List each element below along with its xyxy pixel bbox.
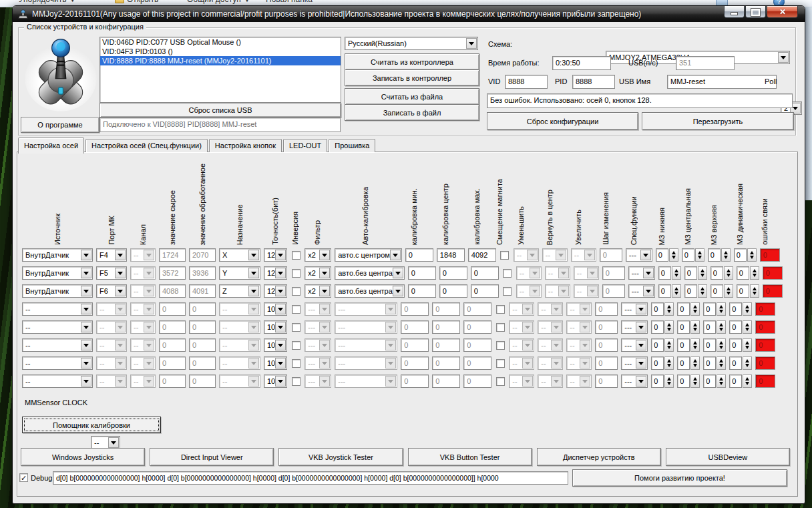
dz_dyn-spinner[interactable]: 0 (729, 338, 752, 352)
dz_low-spinner[interactable]: 0 (651, 356, 674, 370)
spinner-arrows-icon[interactable] (717, 320, 726, 334)
cal_min-field[interactable]: 0 (408, 266, 436, 280)
minimize-button[interactable] (724, 6, 745, 18)
cal_min-field[interactable]: 0 (405, 248, 433, 262)
bits-select[interactable]: 12 (264, 284, 287, 298)
cal_center-field[interactable]: 0 (439, 266, 467, 280)
dz_high-spinner[interactable]: 0 (708, 248, 731, 262)
tab-5[interactable]: Прошивка (329, 139, 375, 152)
bits-select[interactable]: 10 (264, 356, 287, 370)
debug-field[interactable]: d[0] b[0000000000000000] h[0000] d[0] b[… (53, 471, 568, 485)
write-file-button[interactable]: Записать в файл (345, 104, 479, 121)
chevron-down-icon[interactable] (275, 358, 286, 368)
dz_center-spinner[interactable]: 0 (684, 266, 707, 280)
specfunc-select[interactable]: --- (621, 338, 648, 352)
dz_low-spinner[interactable]: 0 (658, 284, 681, 298)
footer-button-6[interactable]: USBDeview (666, 448, 790, 466)
dz_center-spinner[interactable]: 0 (677, 320, 700, 334)
chevron-down-icon[interactable] (636, 340, 646, 350)
filter-select[interactable]: x2 (304, 248, 331, 262)
chevron-down-icon[interactable] (81, 322, 91, 332)
language-select[interactable]: Русский(Russian) (345, 37, 478, 50)
chevron-down-icon[interactable] (636, 358, 646, 368)
device-list[interactable]: VID:046D PID:C077 USB Optical Mouse ()VI… (99, 37, 341, 103)
tab-4[interactable]: LED-OUT (283, 139, 327, 152)
invert-checkbox[interactable] (292, 341, 300, 350)
dz_dyn-spinner[interactable]: 0 (729, 320, 752, 334)
cal_min-field[interactable]: 0 (408, 284, 436, 298)
invert-checkbox[interactable] (292, 269, 300, 278)
dz_center-spinner[interactable]: 0 (684, 284, 707, 298)
chevron-down-icon[interactable] (393, 268, 403, 278)
spinner-arrows-icon[interactable] (750, 284, 759, 298)
chevron-down-icon[interactable] (275, 304, 286, 314)
chevron-down-icon[interactable] (275, 340, 286, 350)
chevron-down-icon[interactable] (81, 268, 91, 278)
reset-usb-button[interactable]: Сброс списка USB (99, 103, 341, 117)
bits-select[interactable]: 12 (264, 248, 287, 262)
invert-checkbox[interactable] (292, 287, 300, 296)
usb-name-field[interactable]: MMJ-reset (667, 75, 777, 89)
chevron-down-icon[interactable] (248, 268, 259, 278)
autocal-select[interactable]: авто.без центра (335, 266, 405, 280)
magnet-checkbox[interactable] (496, 341, 505, 350)
spinner-arrows-icon[interactable] (690, 320, 700, 334)
spinner-arrows-icon[interactable] (721, 248, 731, 262)
spinner-arrows-icon[interactable] (664, 374, 674, 388)
footer-button-1[interactable]: Windows Joysticks (21, 448, 145, 466)
chevron-down-icon[interactable] (778, 52, 789, 63)
explorer-share-button[interactable]: Общий доступ ▼ (187, 0, 251, 4)
port-select[interactable]: F5 (96, 266, 127, 280)
spinner-arrows-icon[interactable] (717, 302, 726, 316)
chevron-down-icon[interactable] (636, 376, 646, 387)
footer-button-3[interactable]: VKB Joystick Tester (278, 448, 403, 466)
dz_dyn-spinner[interactable]: 0 (737, 266, 759, 280)
maximize-button[interactable] (745, 6, 766, 18)
dz_high-spinner[interactable]: 0 (703, 320, 726, 334)
tab-1[interactable]: Настройка осей (18, 138, 84, 154)
chevron-down-icon[interactable] (643, 268, 654, 278)
bits-select[interactable]: 12 (264, 266, 287, 280)
dz_center-spinner[interactable]: 0 (677, 302, 700, 316)
spinner-arrows-icon[interactable] (750, 266, 759, 280)
chevron-down-icon[interactable] (81, 358, 91, 368)
cal_max-field[interactable]: 0 (471, 284, 499, 298)
chevron-down-icon[interactable] (275, 376, 286, 387)
spinner-arrows-icon[interactable] (743, 374, 752, 388)
device-list-item[interactable]: VID:046D PID:C077 USB Optical Mouse () (100, 37, 341, 47)
dz_dyn-spinner[interactable]: 0 (734, 248, 757, 262)
debug-checkbox[interactable]: ✓ (19, 473, 28, 482)
device-list-item[interactable]: VID:04F3 PID:0103 () (100, 47, 341, 56)
specfunc-select[interactable]: --- (628, 266, 655, 280)
port-select[interactable]: F6 (96, 284, 127, 298)
pid-field[interactable]: 8888 (572, 75, 615, 89)
chevron-down-icon[interactable] (81, 286, 91, 296)
source-select[interactable]: ВнутрДатчик (22, 248, 93, 262)
assign-select[interactable]: Z (219, 284, 260, 298)
dz_low-spinner[interactable]: 0 (658, 266, 681, 280)
dz_center-spinner[interactable]: 0 (677, 374, 700, 388)
specfunc-select[interactable]: --- (621, 374, 648, 388)
source-select[interactable]: -- (22, 374, 93, 388)
port-select[interactable]: F4 (96, 248, 127, 262)
chevron-down-icon[interactable] (275, 250, 286, 260)
spinner-arrows-icon[interactable] (690, 302, 700, 316)
invert-checkbox[interactable] (292, 359, 300, 368)
chevron-down-icon[interactable] (81, 340, 91, 350)
invert-checkbox[interactable] (292, 323, 300, 332)
bits-select[interactable]: 10 (264, 302, 287, 316)
invert-checkbox[interactable] (292, 251, 300, 260)
dz_high-spinner[interactable]: 0 (703, 302, 726, 316)
chevron-down-icon[interactable] (636, 304, 646, 314)
dz_dyn-spinner[interactable]: 0 (729, 356, 752, 370)
source-select[interactable]: -- (22, 356, 93, 370)
source-select[interactable]: ВнутрДатчик (22, 284, 93, 298)
bits-select[interactable]: 10 (264, 338, 287, 352)
explorer-newfolder-button[interactable]: Новая папка (266, 0, 313, 4)
chevron-down-icon[interactable] (275, 286, 286, 296)
chevron-down-icon[interactable] (640, 250, 651, 260)
dz_high-spinner[interactable]: 0 (710, 266, 733, 280)
dz_center-spinner[interactable]: 0 (677, 338, 700, 352)
write-controller-button[interactable]: Записать в контроллер (345, 69, 479, 86)
dz_low-spinner[interactable]: 0 (651, 374, 674, 388)
